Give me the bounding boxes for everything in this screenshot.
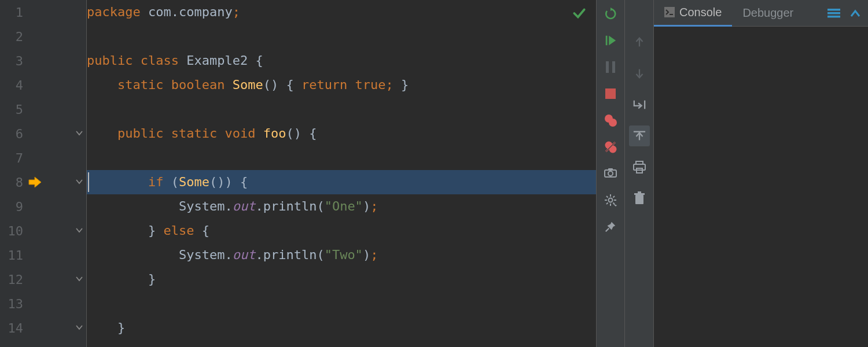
token-fn: Some <box>179 175 209 189</box>
expand-icon[interactable] <box>849 8 861 19</box>
gutter-row[interactable]: 6 <box>0 121 86 146</box>
print-button[interactable] <box>629 157 650 178</box>
debug-step-toolbar <box>625 0 654 347</box>
gutter-row[interactable]: 8 <box>0 170 86 194</box>
stop-button[interactable] <box>602 86 619 102</box>
fold-handle-icon[interactable] <box>76 275 84 283</box>
force-step-into-button[interactable] <box>629 94 650 115</box>
svg-rect-36 <box>827 12 840 14</box>
code-line[interactable]: if (Some()) { <box>87 170 596 194</box>
code-line[interactable]: System.out.println("One"); <box>87 194 596 219</box>
fold-handle-icon[interactable] <box>76 130 84 138</box>
gutter-row[interactable]: 4 <box>0 73 86 97</box>
layout-settings-icon[interactable] <box>827 8 840 19</box>
svg-rect-2 <box>612 61 615 73</box>
svg-line-22 <box>606 228 609 232</box>
token-plain: Example2 { <box>186 53 263 68</box>
code-line[interactable] <box>87 146 596 170</box>
inspection-ok-icon[interactable] <box>572 6 587 21</box>
code-line[interactable] <box>87 97 596 121</box>
resume-button[interactable] <box>602 32 619 49</box>
svg-point-13 <box>609 198 613 202</box>
code-line[interactable] <box>87 24 596 49</box>
caret <box>88 172 89 192</box>
code-line[interactable] <box>87 291 596 316</box>
token-plain: System. <box>87 248 233 262</box>
code-line[interactable]: static boolean Some() { return true; } <box>87 73 596 97</box>
run-toolbar <box>596 0 625 347</box>
gutter-row[interactable]: 13 <box>0 291 86 316</box>
token-fn: foo <box>263 126 286 141</box>
line-number: 9 <box>6 200 23 214</box>
svg-line-20 <box>606 203 608 205</box>
svg-rect-35 <box>827 9 840 11</box>
fold-handle-icon[interactable] <box>76 227 84 235</box>
line-number: 10 <box>6 224 23 238</box>
code-line[interactable]: } <box>87 267 596 291</box>
code-line[interactable]: } else { <box>87 219 596 243</box>
view-breakpoints-button[interactable] <box>602 112 619 128</box>
gutter-row[interactable]: 9 <box>0 194 86 219</box>
code-line[interactable]: } <box>87 316 596 340</box>
svg-rect-32 <box>634 193 645 195</box>
step-over-button[interactable] <box>629 32 650 53</box>
pin-button[interactable] <box>602 219 619 235</box>
token-plain: ( <box>171 175 179 189</box>
token-plain: System. <box>87 199 233 213</box>
gutter-row[interactable]: 14 <box>0 316 86 340</box>
token-plain <box>87 175 148 189</box>
rerun-button[interactable] <box>602 6 619 22</box>
tab-console-label: Console <box>679 6 722 19</box>
svg-point-11 <box>608 171 613 176</box>
execution-pointer-icon <box>28 176 42 188</box>
gutter-row[interactable]: 2 <box>0 24 86 49</box>
console-output[interactable] <box>654 27 868 347</box>
line-number: 5 <box>6 102 23 117</box>
code-line[interactable]: package com.company; <box>87 0 596 24</box>
gutter-row[interactable]: 3 <box>0 49 86 73</box>
token-plain: ) <box>363 199 370 213</box>
line-number: 12 <box>6 272 23 287</box>
token-field: out <box>233 199 256 213</box>
step-out-button[interactable] <box>629 125 650 146</box>
debug-panel: Console Debugger <box>654 0 868 347</box>
mute-breakpoints-button[interactable] <box>602 139 619 155</box>
tab-console[interactable]: Console <box>654 0 732 27</box>
token-plain <box>87 77 117 92</box>
code-line[interactable]: System.out.println("Two"); <box>87 243 596 267</box>
token-plain: com.company <box>148 5 233 19</box>
code-line[interactable]: public static void foo() { <box>87 121 596 146</box>
svg-rect-29 <box>634 164 645 170</box>
fold-handle-icon[interactable] <box>76 324 84 332</box>
line-number: 8 <box>6 175 23 190</box>
line-number: 2 <box>6 29 23 44</box>
trash-button[interactable] <box>629 188 650 209</box>
thread-dump-button[interactable] <box>602 165 619 182</box>
editor-gutter: 1234567891011121314 <box>0 0 87 347</box>
gutter-row[interactable]: 7 <box>0 146 86 170</box>
settings-button[interactable] <box>602 192 619 208</box>
pause-button[interactable] <box>602 59 619 75</box>
gutter-row[interactable]: 5 <box>0 97 86 121</box>
svg-rect-12 <box>608 168 613 170</box>
gutter-row[interactable]: 11 <box>0 243 86 267</box>
token-kw: return true <box>301 77 386 92</box>
tab-debugger[interactable]: Debugger <box>732 0 804 27</box>
gutter-row[interactable]: 10 <box>0 219 86 243</box>
fold-handle-icon[interactable] <box>76 178 84 186</box>
token-str: "Two" <box>325 248 363 262</box>
token-kw: if <box>148 175 171 189</box>
gutter-row[interactable]: 1 <box>0 0 86 24</box>
line-number: 3 <box>6 54 23 68</box>
svg-rect-1 <box>606 61 609 73</box>
token-plain: () { <box>263 77 301 92</box>
code-line[interactable]: public class Example2 { <box>87 49 596 73</box>
gutter-row[interactable]: 12 <box>0 267 86 291</box>
tab-debugger-label: Debugger <box>742 6 793 20</box>
svg-rect-0 <box>606 36 608 46</box>
code-area[interactable]: package com.company;public class Example… <box>87 0 596 347</box>
step-into-button[interactable] <box>629 63 650 84</box>
line-number: 6 <box>6 127 23 141</box>
line-number: 4 <box>6 78 23 93</box>
token-kw: public static void <box>117 126 263 141</box>
